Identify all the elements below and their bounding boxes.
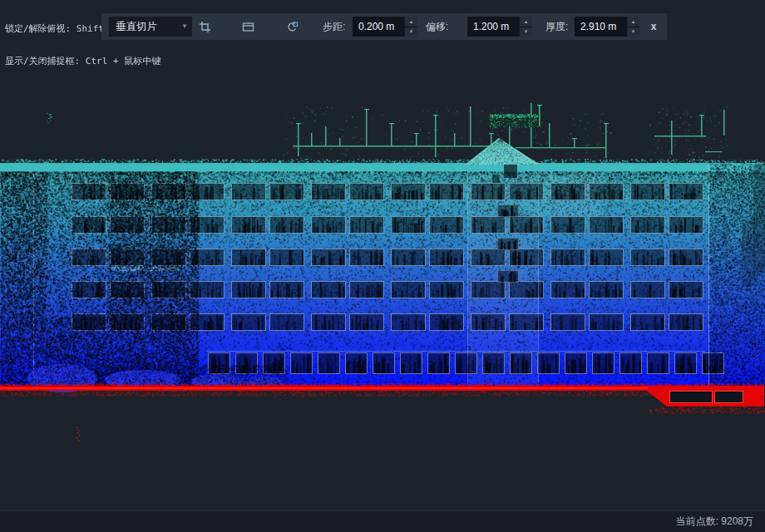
chevron-down-icon: ▼ bbox=[181, 17, 188, 37]
offset-label: 偏移: bbox=[426, 13, 448, 40]
slice-mode-value: 垂直切片 bbox=[116, 21, 157, 32]
status-bar: 当前点数: 9208万 bbox=[0, 510, 765, 532]
thickness-spin-down-icon[interactable]: ▼ bbox=[627, 27, 639, 37]
thickness-spin-up-icon[interactable]: ▲ bbox=[627, 17, 639, 27]
thickness-input[interactable] bbox=[575, 17, 626, 37]
step-distance-spinner: ▲ ▼ bbox=[405, 17, 417, 37]
thickness-label: 厚度: bbox=[545, 13, 568, 40]
crop-icon bbox=[199, 21, 211, 33]
slice-window-button[interactable] bbox=[238, 17, 258, 37]
thickness-field-wrap: ▲ ▼ bbox=[575, 17, 639, 37]
step-distance-input[interactable] bbox=[353, 17, 404, 37]
app-window: 锁定/解除俯视: Shift + Tab 显示/关闭捕捉框: Ctrl + 鼠标… bbox=[0, 0, 765, 532]
slice-window-icon bbox=[242, 21, 254, 33]
step-distance-spin-up-icon[interactable]: ▲ bbox=[405, 17, 417, 27]
thickness-spinner: ▲ ▼ bbox=[627, 17, 639, 37]
offset-spinner: ▲ ▼ bbox=[520, 17, 532, 37]
step-distance-label: 步距: bbox=[323, 13, 345, 40]
offset-spin-up-icon[interactable]: ▲ bbox=[520, 17, 532, 27]
rotate-reset-button[interactable] bbox=[282, 17, 302, 37]
step-distance-spin-down-icon[interactable]: ▼ bbox=[405, 27, 417, 37]
offset-spin-down-icon[interactable]: ▼ bbox=[520, 27, 532, 37]
close-toolbar-button[interactable]: x bbox=[644, 17, 664, 37]
hint-line-2: 显示/关闭捕捉框: Ctrl + 鼠标中键 bbox=[5, 56, 160, 66]
slice-toolbar: 垂直切片 ▼ 步距: ▲ ▼ bbox=[101, 13, 667, 40]
crop-button[interactable] bbox=[195, 17, 215, 37]
point-count-text: 当前点数: 9208万 bbox=[676, 511, 753, 532]
slice-mode-dropdown[interactable]: 垂直切片 ▼ bbox=[109, 17, 192, 37]
rotate-reset-icon bbox=[286, 21, 299, 33]
offset-field-wrap: ▲ ▼ bbox=[467, 17, 532, 37]
offset-input[interactable] bbox=[467, 17, 519, 37]
step-distance-field-wrap: ▲ ▼ bbox=[353, 17, 417, 37]
